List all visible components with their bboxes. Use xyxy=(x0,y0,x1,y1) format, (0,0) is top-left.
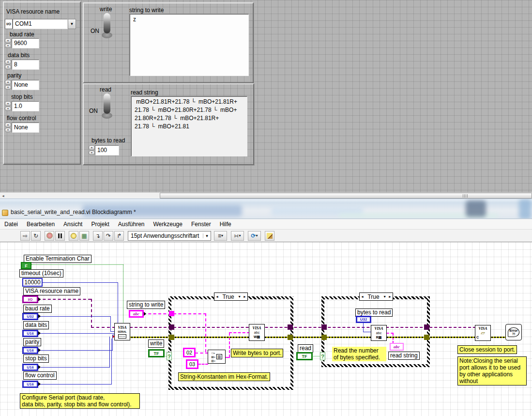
menu-datei[interactable]: Datei xyxy=(0,219,22,229)
read-string-terminal[interactable]: abc xyxy=(390,343,404,351)
bytes-to-read-stepper[interactable]: ▲ ▼ xyxy=(89,145,95,155)
string-to-write-terminal[interactable]: abc xyxy=(129,310,144,318)
parity-terminal[interactable]: U16 xyxy=(22,347,38,354)
menu-bearbeiten[interactable]: Bearbeiten xyxy=(22,219,59,229)
hex-constant-03[interactable]: 03 xyxy=(186,359,198,369)
write-switch-label: write xyxy=(100,6,112,13)
visa-resource-combo[interactable]: I/O COM1 ▼ xyxy=(5,19,76,29)
data-bits-terminal[interactable]: U16 xyxy=(22,330,38,337)
baud-rate-field[interactable]: 9600 xyxy=(12,38,39,48)
case-next-icon[interactable]: ► xyxy=(242,295,247,298)
write-terminal[interactable]: TF xyxy=(148,349,165,357)
font-selector[interactable]: 15pt Anwendungsschriftart ▾ xyxy=(128,231,211,241)
spinner-up-icon[interactable]: ▲ xyxy=(5,101,11,106)
visa-write-node[interactable]: VISA abc W▤ xyxy=(249,324,265,341)
distribute-icon: ∺ xyxy=(234,232,239,239)
case-dropdown-icon[interactable]: ▼ xyxy=(237,295,242,298)
stop-bits-terminal[interactable]: U16 xyxy=(22,364,38,371)
visa-read-node[interactable]: VISA abc R▤ xyxy=(371,325,387,341)
menu-werkzeuge[interactable]: Werkzeuge xyxy=(149,219,186,229)
stop-bits-field[interactable]: 1.0 xyxy=(12,101,39,111)
bytes-to-read-terminal[interactable]: U32 xyxy=(356,316,371,323)
visa-close-node[interactable]: VISA ▱ C xyxy=(475,325,491,341)
run-continuous-button[interactable]: ↻ xyxy=(31,231,41,241)
switch-lever[interactable] xyxy=(104,13,110,33)
error-punct: ?! xyxy=(512,332,516,336)
spinner-up-icon[interactable]: ▲ xyxy=(5,60,11,64)
doc-icon: ▤ xyxy=(379,336,382,339)
menu-projekt[interactable]: Projekt xyxy=(87,219,113,229)
bytes-to-read-field[interactable]: 100 xyxy=(95,145,119,155)
retain-wire-values-button[interactable]: ▦ xyxy=(79,231,89,241)
parity-stepper[interactable]: ▲ ▼ xyxy=(5,80,11,90)
step-into-button[interactable]: ↴ xyxy=(93,231,103,241)
spinner-down-icon[interactable]: ▼ xyxy=(5,85,11,90)
visa-text: VISA xyxy=(252,326,261,330)
case-selector-read[interactable]: ◄ True ▼ ► xyxy=(359,293,393,301)
switch-lever[interactable] xyxy=(104,93,110,114)
step-out-button[interactable]: ↱ xyxy=(114,231,124,241)
case-prev-icon[interactable]: ◄ xyxy=(214,295,220,298)
scroll-left-icon[interactable]: ◄ xyxy=(0,193,6,199)
simple-error-handler-node[interactable]: Error ?! xyxy=(505,324,522,340)
stop-bits-stepper[interactable]: ▲ ▼ xyxy=(5,101,11,111)
data-bits-field[interactable]: 8 xyxy=(12,60,39,70)
menu-ausfuehren[interactable]: Ausführen xyxy=(114,219,149,229)
case-selector-value[interactable]: True xyxy=(365,293,382,300)
visa-configure-serial-port-node[interactable]: VISA SERIAL ▪▪▪▪▪ xyxy=(114,323,130,340)
spinner-down-icon[interactable]: ▼ xyxy=(5,128,11,133)
case-next-icon[interactable]: ► xyxy=(387,295,393,298)
read-string-field[interactable]: mBO+21.81R+21.78 └ mBO+21.81R+ 21.78 └ m… xyxy=(131,96,247,156)
read-letter: R▤ xyxy=(376,335,382,339)
visa-resource-value[interactable]: COM1 xyxy=(13,19,68,29)
combo-dropdown-icon[interactable]: ▼ xyxy=(68,19,76,29)
menu-ansicht[interactable]: Ansicht xyxy=(59,219,87,229)
horizontal-scrollbar[interactable]: ◄ xyxy=(0,192,532,199)
pause-button[interactable] xyxy=(55,231,65,241)
menu-fenster[interactable]: Fenster xyxy=(187,219,215,229)
highlight-execution-button[interactable] xyxy=(69,231,78,241)
spinner-up-icon[interactable]: ▲ xyxy=(89,145,95,150)
spinner-down-icon[interactable]: ▼ xyxy=(89,151,95,155)
timeout-constant[interactable]: 10000 xyxy=(22,278,43,287)
hex-constant-02[interactable]: 02 xyxy=(183,348,196,357)
menu-hilfe[interactable]: Hilfe xyxy=(215,219,236,229)
spinner-up-icon[interactable]: ▲ xyxy=(5,123,11,127)
spinner-down-icon[interactable]: ▼ xyxy=(5,44,11,48)
case-prev-icon[interactable]: ◄ xyxy=(360,295,365,298)
parity-field[interactable]: None xyxy=(12,80,39,90)
string-to-write-field[interactable]: z xyxy=(130,14,249,76)
abort-button[interactable] xyxy=(45,231,54,241)
read-terminal[interactable]: TF xyxy=(296,352,313,360)
wire-termination-char xyxy=(123,264,123,324)
flow-control-stepper[interactable]: ▲ ▼ xyxy=(5,123,11,132)
case-dropdown-icon[interactable]: ▼ xyxy=(382,295,387,298)
write-toggle-switch[interactable] xyxy=(102,13,112,38)
spinner-up-icon[interactable]: ▲ xyxy=(5,38,11,43)
case-selector-write[interactable]: ◄ True ▼ ► xyxy=(214,293,248,301)
bytes-to-read-label: bytes to read xyxy=(91,137,125,144)
spinner-down-icon[interactable]: ▼ xyxy=(5,65,11,70)
run-button[interactable]: ⇨ xyxy=(20,231,30,241)
spinner-up-icon[interactable]: ▲ xyxy=(5,80,11,85)
flow-control-field[interactable]: None xyxy=(12,123,39,133)
spinner-down-icon[interactable]: ▼ xyxy=(5,107,11,111)
cleanup-diagram-button[interactable] xyxy=(265,231,274,241)
align-objects-button[interactable]: ≡▾ xyxy=(214,231,227,241)
dropdown-icon[interactable]: ▾ xyxy=(203,233,211,238)
data-bits-stepper[interactable]: ▲ ▼ xyxy=(5,60,11,69)
termination-char-constant[interactable]: F xyxy=(21,262,31,269)
case-selector-value[interactable]: True xyxy=(220,293,237,300)
concatenate-strings-node[interactable]: □+ ▤+ ▨+ ▥ xyxy=(208,350,226,364)
scrollbar-thumb[interactable] xyxy=(160,193,532,199)
visa-resource-terminal[interactable]: I/O xyxy=(22,295,38,303)
read-toggle-switch[interactable] xyxy=(102,93,112,119)
window-titlebar[interactable]: basic_serial_write_and_read.vi Blockdiag… xyxy=(0,199,532,220)
step-over-button[interactable]: ↷ xyxy=(104,231,113,241)
distribute-objects-button[interactable]: ∺▾ xyxy=(231,231,244,241)
tunnel-visa xyxy=(321,324,327,330)
baud-rate-terminal[interactable]: U32 xyxy=(22,313,38,320)
flow-control-terminal[interactable]: U16 xyxy=(22,381,38,388)
reorder-button[interactable]: ⟳▾ xyxy=(248,231,261,241)
baud-rate-stepper[interactable]: ▲ ▼ xyxy=(5,38,11,48)
